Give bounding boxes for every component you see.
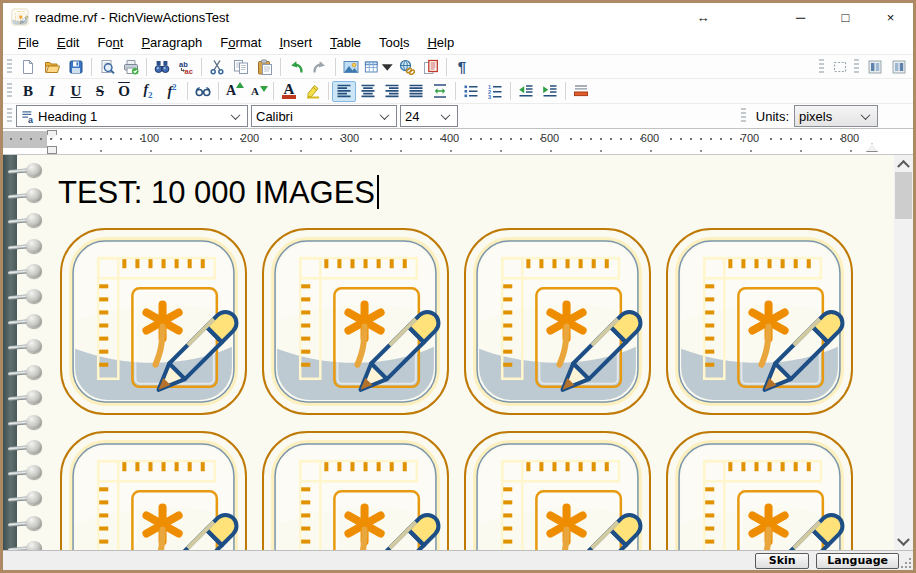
menu-format[interactable]: Format (211, 33, 270, 52)
font-color-button-glyph: A (284, 82, 295, 100)
cut-button[interactable] (205, 56, 229, 77)
font-size-value: 24 (405, 109, 438, 124)
italic-button[interactable]: I (40, 81, 64, 102)
units-combo[interactable]: pixels (794, 105, 878, 127)
scrollbar-thumb[interactable] (895, 172, 912, 219)
paragraph-style-combo[interactable]: Heading 1 (16, 105, 248, 127)
selection-frame-button[interactable] (828, 56, 852, 77)
page-layout-b-button[interactable] (887, 56, 911, 77)
bullets-button[interactable] (459, 81, 483, 102)
view-glasses-button[interactable] (191, 81, 215, 102)
document-image-4[interactable] (664, 226, 855, 417)
insert-file-button[interactable] (419, 56, 443, 77)
menu-edit[interactable]: Edit (48, 33, 88, 52)
grow-font-button[interactable]: A (222, 81, 246, 102)
units-value: pixels (799, 109, 858, 124)
bold-button[interactable]: B (16, 81, 40, 102)
shrink-font-button[interactable]: A (246, 81, 270, 102)
document-image-2[interactable] (260, 226, 451, 417)
document-image-8[interactable] (664, 429, 855, 550)
superscript-button[interactable]: f2 (160, 81, 184, 102)
align-justify-button[interactable] (404, 81, 428, 102)
toolbar-grip[interactable] (7, 83, 12, 99)
underline-button[interactable]: U (64, 81, 88, 102)
redo-button[interactable] (308, 56, 332, 77)
subscript-button[interactable]: f2 (136, 81, 160, 102)
show-paragraph-marks-button[interactable]: ¶ (450, 56, 474, 77)
spiral-ring (8, 516, 42, 530)
spiral-ring (8, 440, 42, 454)
chevron-down-icon (380, 110, 390, 120)
strikeout-button[interactable]: S (88, 81, 112, 102)
scroll-up-button[interactable] (894, 155, 913, 171)
toolbar-grip[interactable] (819, 59, 824, 75)
resize-grip[interactable] (900, 557, 912, 569)
horizontal-rule-button[interactable] (569, 81, 593, 102)
maximize-button[interactable]: □ (823, 10, 868, 25)
print-button[interactable] (119, 56, 143, 77)
language-button[interactable]: Language (816, 553, 899, 569)
document-image-7[interactable] (462, 429, 653, 550)
minimize-button[interactable]: ─ (778, 10, 823, 25)
align-left-button[interactable] (332, 81, 356, 102)
italic-button-glyph: I (49, 84, 55, 99)
resize-arrows[interactable]: ↔ (658, 10, 748, 25)
print-preview-button[interactable] (95, 56, 119, 77)
document-image-6[interactable] (260, 429, 451, 550)
find-button[interactable] (150, 56, 174, 77)
menu-tools[interactable]: Tools (370, 33, 418, 52)
toolbar-grip[interactable] (741, 108, 746, 124)
document-image-3[interactable] (462, 226, 653, 417)
menu-table[interactable]: Table (321, 33, 370, 52)
paste-button[interactable] (253, 56, 277, 77)
font-color-button[interactable]: A (277, 81, 301, 102)
page-layout-a-button[interactable] (863, 56, 887, 77)
toolbar-grip[interactable] (7, 108, 12, 124)
open-button[interactable] (40, 56, 64, 77)
new-document-button[interactable] (16, 56, 40, 77)
replace-button[interactable] (174, 56, 198, 77)
menu-file[interactable]: File (9, 33, 48, 52)
copy-button[interactable] (229, 56, 253, 77)
title-bar: readme.rvf - RichViewActionsTest ↔─□× (3, 3, 913, 31)
font-name-combo[interactable]: Calibri (251, 105, 397, 127)
save-button[interactable] (64, 56, 88, 77)
toolbar-grip[interactable] (854, 59, 859, 75)
highlight-button[interactable] (301, 81, 325, 102)
toolbar-separator (187, 82, 188, 100)
menu-help[interactable]: Help (418, 33, 463, 52)
spiral-ring (8, 465, 42, 479)
document-image-1[interactable] (58, 226, 249, 417)
scroll-down-button[interactable] (894, 534, 913, 550)
undo-button[interactable] (284, 56, 308, 77)
menu-insert[interactable]: Insert (270, 33, 321, 52)
vertical-scrollbar[interactable] (894, 155, 913, 550)
menu-font[interactable]: Font (88, 33, 132, 52)
indent-button[interactable] (538, 81, 562, 102)
hyperlink-icon (399, 59, 415, 75)
close-button[interactable]: × (868, 10, 913, 25)
insert-table-button[interactable] (363, 56, 395, 77)
fit-width-button[interactable] (428, 81, 452, 102)
superscript-button-glyph: f2 (167, 83, 176, 99)
hyperlink-button[interactable] (395, 56, 419, 77)
overline-button[interactable]: O (112, 81, 136, 102)
insert-picture-button[interactable] (339, 56, 363, 77)
print-preview-icon (99, 59, 115, 75)
spiral-ring (8, 314, 42, 328)
toolbar-grip[interactable] (7, 59, 12, 75)
spiral-ring (8, 390, 42, 404)
document-image-5[interactable] (58, 429, 249, 550)
save-icon (68, 59, 84, 75)
right-indent-marker[interactable] (866, 143, 878, 152)
left-indent-marker[interactable] (47, 146, 57, 154)
align-right-button[interactable] (380, 81, 404, 102)
first-line-indent-marker[interactable] (47, 130, 57, 139)
skin-button[interactable]: Skin (755, 553, 809, 569)
document-editor[interactable]: TEST: 10 000 IMAGES (3, 155, 913, 550)
numbering-button[interactable] (483, 81, 507, 102)
font-size-combo[interactable]: 24 (400, 105, 458, 127)
align-center-button[interactable] (356, 81, 380, 102)
menu-paragraph[interactable]: Paragraph (132, 33, 211, 52)
outdent-button[interactable] (514, 81, 538, 102)
